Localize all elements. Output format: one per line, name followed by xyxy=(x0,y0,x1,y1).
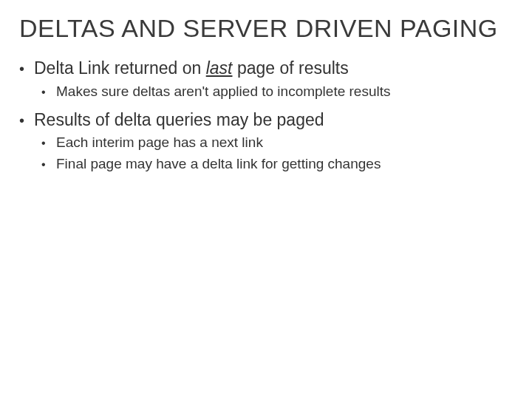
slide-title: DELTAS AND SERVER DRIVEN PAGING xyxy=(19,13,511,44)
text-part: Delta Link returned on xyxy=(34,58,206,78)
bullet-level1: • Results of delta queries may be paged xyxy=(19,109,511,132)
bullet-text: Each interim page has a next link xyxy=(56,133,263,153)
slide: DELTAS AND SERVER DRIVEN PAGING • Delta … xyxy=(0,0,532,194)
bullet-icon: • xyxy=(19,112,34,129)
bullet-level2: • Makes sure deltas aren't applied to in… xyxy=(41,82,511,102)
bullet-icon: • xyxy=(41,137,56,150)
bullet-text: Makes sure deltas aren't applied to inco… xyxy=(56,82,390,102)
text-emphasis: last xyxy=(206,58,233,78)
text-part: page of results xyxy=(233,58,349,78)
bullet-icon: • xyxy=(41,158,56,171)
bullet-level1: • Delta Link returned on last page of re… xyxy=(19,57,511,80)
bullet-level2: • Each interim page has a next link xyxy=(41,133,511,153)
bullet-level2: • Final page may have a delta link for g… xyxy=(41,154,511,174)
bullet-icon: • xyxy=(41,86,56,99)
bullet-icon: • xyxy=(19,61,34,78)
bullet-text: Final page may have a delta link for get… xyxy=(56,154,381,174)
bullet-text: Results of delta queries may be paged xyxy=(34,109,324,132)
bullet-text: Delta Link returned on last page of resu… xyxy=(34,57,349,80)
